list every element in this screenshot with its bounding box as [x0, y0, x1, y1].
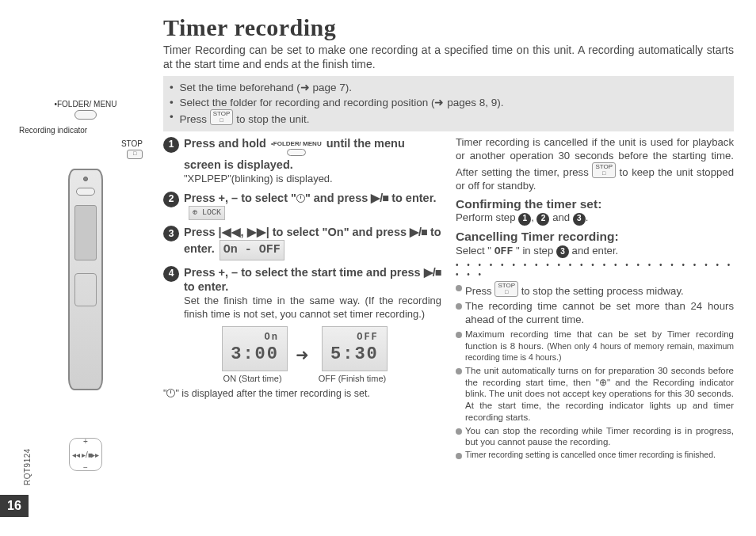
- step-number-2: 2: [163, 192, 179, 207]
- folder-menu-button-illustration: [74, 110, 97, 120]
- steps-column: 1 Press and hold •FOLDER/ MENU until the…: [163, 136, 441, 462]
- s4-note: Set the finish time in the same way. (If…: [184, 295, 441, 321]
- page-number: 16: [0, 495, 29, 517]
- s4b: to enter.: [184, 280, 228, 293]
- confirm-line: Perform step 1, 2 and 3.: [456, 211, 734, 225]
- on-glyph: On: [327, 226, 343, 238]
- folder-menu-key-icon: •FOLDER/ MENU: [269, 140, 323, 156]
- doc-code: RQT9124: [23, 448, 32, 485]
- s2a: Press +, – to select ": [184, 192, 296, 204]
- step-number-4: 4: [163, 266, 179, 282]
- bullet-3: Maximum recording time that can be set b…: [456, 329, 734, 363]
- s3b: to select ": [269, 226, 328, 238]
- bullet-1: Press STOP□ to stop the setting process …: [456, 282, 734, 298]
- step-4: 4 Press +, – to select the start time an…: [163, 265, 441, 321]
- play-stop-icon: ▶/■: [371, 192, 388, 204]
- rew-ff-icon: |◀◀, ▶▶|: [219, 226, 269, 238]
- preparation-box: • Set the time beforehand (➜ page 7). • …: [163, 76, 734, 131]
- s4a: Press +, – to select the start time and …: [184, 266, 424, 279]
- s3c: " and press: [344, 226, 410, 238]
- stop-key-icon: STOP□: [592, 162, 616, 178]
- bullet-6: Timer recording setting is cancelled onc…: [456, 450, 734, 460]
- bullet-4: The unit automatically turns on for prep…: [456, 365, 734, 424]
- page-title: Timer recording: [163, 14, 734, 41]
- clock-icon: [166, 389, 175, 397]
- label-recording-indicator: Recording indicator: [19, 126, 157, 135]
- step-ref-1: 1: [518, 213, 531, 226]
- s2c: to enter.: [388, 192, 436, 204]
- heading-confirm: Confirming the timer set:: [456, 196, 734, 212]
- right-arrow-icon: ➜: [300, 81, 310, 95]
- step-3: 3 Press |◀◀, ▶▶| to select "On" and pres…: [163, 225, 441, 260]
- s1a: Press and hold: [184, 137, 269, 150]
- device-folder-button: [76, 188, 95, 196]
- bullet-icon: [456, 453, 462, 459]
- step-ref-3: 3: [573, 213, 586, 226]
- prep-line2b: pages 8, 9).: [444, 97, 503, 108]
- bullet-icon: [456, 368, 462, 374]
- control-pad-illustration: + − ◂◂ ▸▸ ▸/■: [69, 438, 102, 471]
- right-arrow-icon: ➜: [296, 345, 309, 366]
- step-2: 2 Press +, – to select "" and press ▶/■ …: [163, 191, 441, 221]
- bullet-icon: [456, 303, 462, 310]
- prep-line3a: Press: [179, 113, 209, 125]
- heading-cancel: Cancelling Timer recording:: [456, 229, 734, 245]
- prep-line3b: to stop the unit.: [233, 113, 309, 125]
- device-pad: [74, 273, 97, 306]
- intro-text: Timer Recording can be set to make one r…: [163, 43, 734, 71]
- bullet-icon: [456, 332, 462, 338]
- lcd-row: On3:00 ON (Start time) ➜ OFF5:30 OFF (Fi…: [163, 326, 441, 385]
- right-arrow-icon: ➜: [434, 96, 444, 110]
- prep-line1b: page 7).: [310, 82, 352, 93]
- s1-note: "XPLPEP"(blinking) is displayed.: [184, 173, 441, 186]
- s3a: Press: [184, 226, 219, 238]
- step-number-1: 1: [163, 137, 179, 153]
- lcd-off-caption: OFF (Finish time): [317, 373, 388, 384]
- right-column: Timer recording is cancelled if the unit…: [456, 136, 734, 462]
- step-ref-2: 2: [536, 213, 549, 226]
- recording-led-icon: [83, 177, 88, 181]
- label-stop: STOP: [14, 139, 143, 148]
- cancel-line: Select " OFF " in step 3 and enter.: [456, 245, 734, 259]
- play-stop-icon: ▶/■: [410, 226, 427, 238]
- clock-icon: [296, 194, 305, 203]
- lcd-on: On3:00: [222, 326, 288, 372]
- s2b: " and press: [305, 192, 371, 204]
- prep-line2a: Select the folder for recording and reco…: [179, 97, 434, 108]
- device-screen: [74, 205, 97, 260]
- left-rail: •FOLDER/ MENU Recording indicator STOP □…: [14, 14, 157, 471]
- stop-key-icon: STOP□: [210, 109, 234, 125]
- lcd-step2: ⊕ LOCK: [189, 206, 225, 221]
- stop-button-illustration: □: [127, 150, 143, 159]
- dotted-divider: • • • • • • • • • • • • • • • • • • • • …: [456, 260, 734, 281]
- lcd-step3: On - OFF: [220, 240, 284, 260]
- right-para1: Timer recording is cancelled if the unit…: [456, 136, 734, 193]
- step-ref-3: 3: [556, 245, 569, 258]
- step-1: 1 Press and hold •FOLDER/ MENU until the…: [163, 136, 441, 186]
- bullet-icon: [456, 428, 462, 435]
- stop-key-icon: STOP□: [494, 281, 518, 297]
- play-stop-icon: ▶/■: [424, 266, 441, 279]
- after-set-note: "" is displayed after the timer recordin…: [163, 387, 441, 400]
- bullet-2: The recording time cannot be set more th…: [456, 300, 734, 327]
- prep-line1a: Set the time beforehand (: [179, 82, 300, 93]
- device-illustration: [68, 169, 103, 390]
- main-content: Timer recording Timer Recording can be s…: [163, 14, 734, 471]
- lcd-on-caption: ON (Start time): [217, 373, 288, 384]
- step-number-3: 3: [163, 226, 179, 241]
- label-folder-menu: •FOLDER/ MENU: [14, 100, 157, 108]
- lcd-off: OFF5:30: [322, 326, 388, 372]
- bullet-5: You can stop the recording while Timer r…: [456, 425, 734, 448]
- bullet-icon: [456, 285, 462, 291]
